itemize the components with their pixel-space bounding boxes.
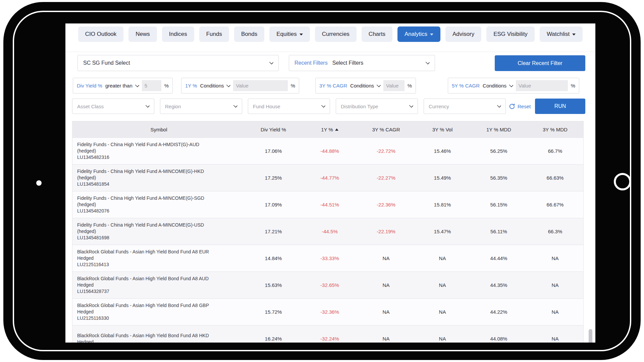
col-3y-mdd: 3Y % MDD (527, 127, 583, 132)
fund-suffix: Hedged (77, 255, 245, 261)
recent-filters-label: Recent Filters (294, 60, 328, 66)
camera-dot (36, 180, 42, 186)
condition-select[interactable]: Conditions (200, 83, 224, 88)
nav-cio-outlook[interactable]: CIO Outlook (78, 26, 124, 42)
condition-select[interactable]: Conditions (350, 83, 374, 88)
fund-isin: LU1345482316 (77, 154, 245, 161)
app-screen: CIO Outlook News Indices Funds Bonds Equ… (65, 23, 595, 343)
condition-select[interactable]: Conditions (483, 83, 506, 88)
nav-indices[interactable]: Indices (162, 26, 194, 42)
nav-watchlist[interactable]: Watchlist (540, 26, 583, 42)
filter-div-yield: Div Yield % greater than % (73, 78, 173, 94)
condition-select[interactable]: greater than (105, 83, 132, 88)
fund-select-dropdown[interactable]: SC SG Fund Select (77, 55, 279, 71)
unit-label: % (571, 83, 575, 88)
fund-isin: LU1345481698 (77, 235, 245, 241)
reset-button[interactable]: Reset (509, 99, 531, 114)
nav-charts[interactable]: Charts (362, 26, 392, 42)
currency-dropdown[interactable]: Currency (424, 99, 506, 114)
1y-value: -44.5% (302, 229, 358, 234)
table-row[interactable]: BlackRock Global Funds - Asian High Yiel… (72, 245, 583, 272)
nav-funds[interactable]: Funds (199, 26, 229, 42)
table-row[interactable]: Fidelity Funds - China High Yield Fund A… (72, 164, 583, 191)
dropdown-placeholder: Currency (429, 104, 449, 109)
chevron-down-icon (269, 60, 274, 65)
value-input[interactable] (233, 80, 287, 91)
3y-mdd-value: 66.63% (527, 175, 583, 181)
value-input[interactable] (142, 80, 161, 91)
scrollbar-thumb[interactable] (589, 329, 592, 343)
chevron-down-icon (426, 60, 430, 65)
nav-equities[interactable]: Equities (269, 26, 310, 42)
nav-bonds[interactable]: Bonds (234, 26, 264, 42)
distribution-type-dropdown[interactable]: Distribution Type (336, 99, 418, 114)
fund-suffix: (hedged) (77, 201, 245, 208)
table-row[interactable]: BlackRock Global Funds - Asian High Yiel… (72, 272, 583, 298)
fund-name: Fidelity Funds - China High Yield Fund A… (77, 222, 245, 228)
chevron-down-icon (146, 104, 150, 108)
nav-label: ESG Visibility (493, 31, 528, 38)
nav-news[interactable]: News (128, 26, 157, 42)
fund-suffix: Hedged (77, 309, 245, 315)
3y-mdd-value: NA (527, 255, 583, 261)
fund-name: Fidelity Funds - China High Yield Fund A… (77, 168, 245, 175)
recent-filters-dropdown[interactable]: Recent Filters Select Filters (289, 55, 435, 71)
metric-label: 1Y % (185, 83, 197, 88)
fund-house-dropdown[interactable]: Fund House (248, 99, 330, 114)
1y-mdd-value: 56.11% (471, 229, 527, 234)
nav-label: Indices (169, 31, 187, 38)
fund-suffix: Hedged (77, 282, 245, 288)
3y-cagr-value: NA (358, 336, 414, 342)
3y-vol-value: 15.47% (414, 229, 471, 234)
nav-divider (65, 52, 595, 52)
3y-cagr-value: -22.36% (358, 202, 414, 207)
1y-value: -32.36% (302, 309, 358, 315)
chevron-down-icon (497, 104, 501, 108)
table-row[interactable]: Fidelity Funds - China High Yield Fund A… (72, 218, 583, 245)
col-div-yield: Div Yield % (245, 127, 302, 132)
3y-vol-value: NA (414, 282, 471, 288)
table-row[interactable]: Fidelity Funds - China High Yield Fund A… (72, 191, 583, 218)
nav-label: Equities (276, 31, 297, 38)
table-row[interactable]: BlackRock Global Funds - Asian High Yiel… (72, 325, 583, 343)
unit-label: % (291, 83, 295, 88)
3y-cagr-value: -22.72% (358, 148, 414, 154)
caret-down-icon (572, 34, 576, 36)
filter-1y: 1Y % Conditions % (181, 78, 299, 94)
fund-suffix: (hedged) (77, 175, 245, 181)
home-button[interactable] (614, 173, 631, 190)
3y-mdd-value: NA (527, 309, 583, 315)
chevron-down-icon (409, 104, 414, 108)
nav-advisory[interactable]: Advisory (445, 26, 481, 42)
table-row[interactable]: Fidelity Funds - China High Yield Fund A… (72, 137, 583, 164)
col-1y[interactable]: 1Y % (302, 127, 358, 132)
asset-class-dropdown[interactable]: Asset Class (72, 99, 154, 114)
1y-value: -44.51% (302, 202, 358, 207)
nav-label: Currencies (322, 31, 350, 38)
3y-vol-value: 15.46% (414, 148, 471, 154)
clear-recent-filter-button[interactable]: Clear Recent Filter (495, 55, 585, 71)
value-input[interactable] (516, 80, 568, 91)
region-dropdown[interactable]: Region (160, 99, 242, 114)
3y-mdd-value: 66.3% (527, 229, 583, 234)
1y-mdd-value: 44.35% (471, 282, 527, 288)
reset-label: Reset (518, 104, 531, 109)
dropdown-placeholder: Fund House (253, 104, 280, 109)
table-row[interactable]: BlackRock Global Funds - Asian High Yiel… (72, 298, 583, 325)
fund-name: BlackRock Global Funds - Asian High Yiel… (77, 302, 245, 309)
run-button[interactable]: RUN (535, 99, 585, 114)
nav-analytics[interactable]: Analytics (397, 26, 440, 42)
results-table: Symbol Div Yield % 1Y % 3Y % CAGR 3Y % V… (72, 121, 584, 343)
div-yield-value: 17.25% (245, 175, 302, 181)
nav-esg-visibility[interactable]: ESG Visibility (486, 26, 535, 42)
1y-value: -32.65% (302, 282, 358, 288)
col-1y-mdd: 1Y % MDD (471, 127, 527, 132)
nav-currencies[interactable]: Currencies (315, 26, 357, 42)
value-input[interactable] (383, 80, 405, 91)
top-navigation: CIO Outlook News Indices Funds Bonds Equ… (65, 26, 595, 42)
fund-name: BlackRock Global Funds - Asian High Yiel… (77, 333, 245, 339)
sort-ascending-icon (335, 128, 338, 131)
fund-name: BlackRock Global Funds - Asian High Yiel… (77, 276, 245, 282)
1y-mdd-value: 56.15% (471, 202, 527, 207)
1y-value: -33.33% (302, 255, 358, 261)
